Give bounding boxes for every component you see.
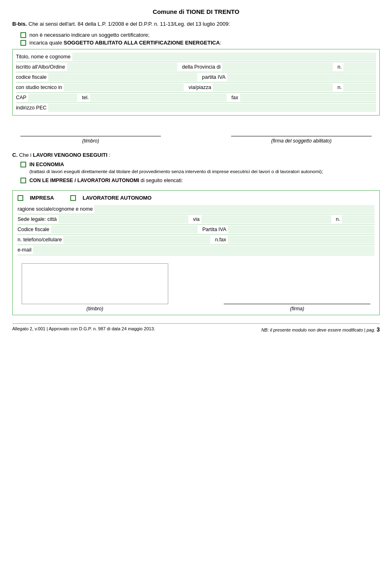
footer-right: NB: il presente modulo non deve essere m… [261, 326, 380, 333]
checkbox-imprese-icon[interactable] [20, 178, 26, 183]
lavoratore-option-label: LAVORATORE AUTONOMO [82, 195, 151, 201]
via-piazza-label: via/piazza [189, 85, 213, 90]
codice-fiscale-label: codice fiscale [16, 74, 48, 80]
section-c-items: IN ECONOMIA (trattasi di lavori eseguiti… [20, 161, 380, 185]
economia-sub: (trattasi di lavori eseguiti direttament… [29, 168, 323, 175]
timbro-block: (timbro) [20, 136, 161, 144]
footer-left: Allegato 2, v.001 | Approvato con D.G.P.… [12, 326, 155, 333]
imprese-text: CON LE IMPRESE / LAVORATORI AUTONOMI di … [29, 177, 183, 185]
piva-imp-label: Partita IVA [203, 227, 228, 232]
imprese-bold: CON LE IMPRESE / LAVORATORI AUTONOMI [29, 178, 139, 183]
section-c-prefix: C. [12, 152, 18, 158]
checkbox-icon-2[interactable] [20, 40, 26, 46]
impresa-timbro-block: (timbro) [22, 263, 168, 312]
option-impresa[interactable]: IMPRESA [18, 195, 54, 201]
della-prov-input[interactable] [222, 63, 332, 71]
tel-imp-input[interactable] [63, 236, 210, 244]
ragione-row: ragione sociale/cognome e nome [18, 204, 374, 214]
fax-imp-input[interactable] [228, 236, 374, 244]
tel-imp-label: n. telefono/cellulare [18, 237, 63, 243]
fax-input[interactable] [240, 94, 376, 102]
checkbox-incarica[interactable]: incarica quale SOGGETTO ABILITATO ALLA C… [20, 40, 380, 46]
section-c-main: Che i [19, 152, 33, 158]
firma-block: (firma del soggetto abilitato) [231, 136, 372, 144]
studio-label: con studio tecnico in [16, 85, 64, 90]
piva-imp-input[interactable] [228, 225, 374, 234]
cap-label: CAP [16, 95, 28, 100]
via-imp-input[interactable] [201, 215, 331, 223]
c-item-imprese[interactable]: CON LE IMPRESE / LAVORATORI AUTONOMI di … [20, 177, 380, 185]
checkbox2-suffix: : [220, 40, 221, 46]
fax-label: fax [232, 95, 240, 100]
tel-label: tel. [82, 95, 91, 100]
partita-iva-input[interactable] [227, 73, 376, 81]
iscritto-input[interactable] [67, 63, 177, 71]
n-input-1[interactable] [343, 63, 376, 71]
email-row: e-mail [18, 245, 374, 255]
n-label-1: n. [338, 64, 343, 70]
firma-line [231, 136, 372, 136]
imp-timbro-label: (timbro) [22, 306, 168, 312]
iscritto-label: iscritto all'Albo/Ordine [16, 64, 67, 70]
checkbox-icon-1[interactable] [20, 32, 26, 38]
imp-firma-line [224, 304, 370, 304]
checkbox2-bold: SOGGETTO ABILITATO ALLA CERTIFICAZIONE E… [64, 40, 220, 46]
checkbox-lavoratore-icon[interactable] [70, 195, 76, 201]
titolo-row: Titolo, nome e cognome [16, 52, 376, 62]
della-prov-label: della Provincia di [182, 64, 223, 70]
signature-area-b: (timbro) (firma del soggetto abilitato) [12, 136, 380, 144]
ragione-input[interactable] [94, 205, 374, 213]
n-imp-input[interactable] [342, 215, 374, 223]
titolo-input[interactable] [72, 53, 376, 61]
checkbox2-prefix: incarica quale [29, 40, 64, 46]
page-container: Comune di TIONE DI TRENTO B-bis. Che ai … [0, 0, 392, 337]
n-label-2: n. [338, 85, 343, 90]
partita-iva-label: partita IVA [202, 74, 227, 80]
tel-imp-row: n. telefono/cellulare n.fax [18, 235, 374, 245]
cap-row: CAP tel. fax [16, 93, 376, 103]
firma-label: (firma del soggetto abilitato) [231, 138, 372, 144]
titolo-label: Titolo, nome e cognome [16, 54, 72, 60]
imprese-suffix: di seguito elencati: [140, 178, 183, 183]
section-c-bold: LAVORI VENGONO ESEGUITI [33, 152, 108, 158]
imp-firma-label: (firma) [224, 306, 370, 312]
ragione-label: ragione sociale/cognome e nome [18, 206, 94, 212]
option-lavoratore[interactable]: LAVORATORE AUTONOMO [70, 195, 151, 201]
codice-fiscale-input[interactable] [48, 73, 197, 81]
section-b-form: Titolo, nome e cognome iscritto all'Albo… [12, 49, 380, 116]
c-item-economia[interactable]: IN ECONOMIA (trattasi di lavori eseguiti… [20, 161, 380, 175]
timbro-line [20, 136, 161, 136]
footer: Allegato 2, v.001 | Approvato con D.G.P.… [12, 323, 380, 333]
codice-imp-label: Codice fiscale [18, 227, 51, 232]
codice-fiscale-row: codice fiscale partita IVA [16, 72, 376, 82]
n-imp-label: n. [336, 216, 342, 222]
timbro-box [22, 263, 168, 304]
tel-input[interactable] [90, 94, 226, 102]
checkbox-non-necessario[interactable]: non è necessario indicare un soggetto ce… [20, 32, 380, 38]
codice-imp-input[interactable] [51, 225, 198, 234]
iscritto-row: iscritto all'Albo/Ordine della Provincia… [16, 62, 376, 72]
section-c-suffix: : [109, 152, 111, 158]
n-input-2[interactable] [343, 83, 376, 91]
section-c-title: C. Che i LAVORI VENGONO ESEGUITI : [12, 152, 380, 158]
via-piazza-input[interactable] [213, 83, 332, 91]
sede-input[interactable] [58, 215, 188, 223]
pec-row: indirizzo PEC [16, 103, 376, 113]
sede-row: Sede legale: città via n. [18, 214, 374, 225]
codice-imp-row: Codice fiscale Partita IVA [18, 225, 374, 235]
footer-page-number: 3 [376, 326, 380, 333]
economia-bold: IN ECONOMIA [29, 162, 64, 167]
email-input[interactable] [33, 246, 374, 254]
studio-row: con studio tecnico in via/piazza n. [16, 82, 376, 93]
studio-input[interactable] [64, 83, 183, 91]
email-label: e-mail [18, 247, 33, 253]
impresa-header: IMPRESA LAVORATORE AUTONOMO [18, 195, 374, 201]
economia-text: IN ECONOMIA (trattasi di lavori eseguiti… [29, 161, 323, 175]
checkbox-economia-icon[interactable] [20, 162, 26, 167]
cap-input[interactable] [28, 94, 77, 102]
impresa-signature: (timbro) (firma) [18, 263, 374, 312]
sede-label: Sede legale: città [18, 216, 58, 222]
checkbox-impresa-icon[interactable] [18, 195, 23, 201]
page-title: Comune di TIONE DI TRENTO [12, 8, 380, 15]
pec-input[interactable] [48, 104, 376, 112]
